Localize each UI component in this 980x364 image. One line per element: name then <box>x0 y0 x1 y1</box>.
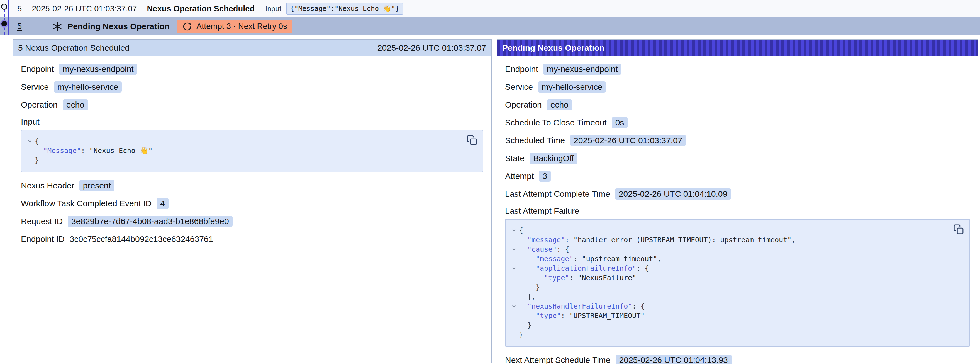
scheduled-panel-title: 5 Nexus Operation Scheduled <box>18 43 129 53</box>
field-row: Endpoint my-nexus-endpoint <box>21 64 483 75</box>
pending-panel-header: Pending Nexus Operation <box>497 40 978 56</box>
event-id-link[interactable]: 5 <box>17 4 22 13</box>
field-row: Service my-hello-service <box>21 81 483 93</box>
field-value: BackingOff <box>530 153 578 164</box>
json-line: { <box>509 226 950 235</box>
field-row: Last Attempt Complete Time 2025-02-26 UT… <box>505 188 970 200</box>
input-json-lines: {"Message": "Nexus Echo 👋"} <box>25 137 463 165</box>
pending-operation-panel: Pending Nexus Operation Endpoint my-nexu… <box>497 39 978 364</box>
field-label: Attempt <box>505 171 534 181</box>
field-row: Nexus Header present <box>21 180 483 191</box>
json-line: "type": "NexusFailure" <box>509 273 950 283</box>
field-value: present <box>80 180 115 191</box>
collapse-chevron-icon[interactable] <box>25 139 35 144</box>
field-value: 3 <box>539 171 551 182</box>
json-line: } <box>509 283 950 292</box>
json-line: { <box>25 137 463 146</box>
json-line: "message": "upstream timeout", <box>509 254 950 263</box>
field-row: Schedule To Close Timeout 0s <box>505 117 970 128</box>
field-value: 3e829b7e-7d67-4b08-aad3-b1e868bfe9e0 <box>68 216 232 227</box>
event-timestamp: 2025-02-26 UTC 01:03:37.07 <box>32 4 137 13</box>
field-row: Scheduled Time 2025-02-26 UTC 01:03:37.0… <box>505 135 970 146</box>
event-input-label: Input <box>265 5 282 13</box>
attempt-retry-badge: Attempt 3 · Next Retry 0s <box>177 19 293 34</box>
copy-button[interactable] <box>953 224 964 235</box>
field-row: Endpoint my-nexus-endpoint <box>505 64 970 75</box>
event-title: Nexus Operation Scheduled <box>147 4 255 13</box>
input-json-block: {"Message": "Nexus Echo 👋"} <box>21 130 483 172</box>
field-row: Attempt 3 <box>505 171 970 182</box>
collapse-chevron-icon[interactable] <box>509 304 519 309</box>
input-section-label: Input <box>21 117 483 126</box>
failure-json-block: {"message": "handler error (UPSTREAM_TIM… <box>505 219 970 347</box>
pending-asterisk-icon <box>52 21 62 32</box>
json-line: } <box>25 155 463 165</box>
field-label: Last Attempt Complete Time <box>505 189 610 199</box>
field-row: Service my-hello-service <box>505 81 970 93</box>
field-label: Scheduled Time <box>505 136 565 145</box>
copy-button[interactable] <box>466 135 477 145</box>
event-detail-panels: 5 Nexus Operation Scheduled 2025-02-26 U… <box>13 39 978 364</box>
copy-icon <box>466 135 477 145</box>
field-value: 0s <box>612 117 628 128</box>
timeline-filled-dot-icon <box>2 21 7 27</box>
field-value: 2025-02-26 UTC 01:03:37.07 <box>570 135 686 146</box>
json-line: "Message": "Nexus Echo 👋" <box>25 146 463 155</box>
field-value: echo <box>547 99 572 110</box>
field-list: Next Attempt Schedule Time 2025-02-26 UT… <box>505 354 970 364</box>
field-value: my-nexus-endpoint <box>59 64 137 75</box>
attempt-retry-text: Attempt 3 · Next Retry 0s <box>196 22 287 31</box>
field-label: Operation <box>505 100 542 110</box>
pending-title: Pending Nexus Operation <box>67 22 170 31</box>
json-line: } <box>509 330 950 340</box>
field-label: State <box>505 153 525 163</box>
field-row: Next Attempt Schedule Time 2025-02-26 UT… <box>505 354 970 364</box>
field-list: Endpoint my-nexus-endpoint Service my-he… <box>505 64 970 200</box>
timeline-pending-row[interactable]: 5 Pending Nexus Operation Attempt 3 · Ne… <box>0 17 980 35</box>
field-list: Nexus Header present Workflow Task Compl… <box>21 180 483 245</box>
field-label: Endpoint <box>21 64 54 74</box>
json-line: "nexusHandlerFailureInfo": { <box>509 302 950 311</box>
field-label: Next Attempt Schedule Time <box>505 355 611 364</box>
field-value: 2025-02-26 UTC 01:04:13.93 <box>616 354 732 364</box>
field-label: Operation <box>21 100 58 110</box>
json-line: }, <box>509 292 950 302</box>
field-row: Operation echo <box>21 99 483 110</box>
field-label: Nexus Header <box>21 181 75 190</box>
field-list: Endpoint my-nexus-endpoint Service my-he… <box>21 64 483 110</box>
field-label: Service <box>21 82 49 92</box>
timeline-event-row[interactable]: 5 2025-02-26 UTC 01:03:37.07 Nexus Opera… <box>0 0 980 17</box>
field-value: my-hello-service <box>538 81 606 93</box>
field-value-link[interactable]: 3c0c75ccfa8144b092c13ce632463761 <box>70 233 213 245</box>
pending-panel-title: Pending Nexus Operation <box>502 43 605 53</box>
field-row: Workflow Task Completed Event ID 4 <box>21 198 483 209</box>
pending-panel-body: Endpoint my-nexus-endpoint Service my-he… <box>497 56 978 364</box>
event-input-chip: {"Message":"Nexus Echo 👋"} <box>286 3 403 15</box>
collapse-chevron-icon[interactable] <box>509 247 519 252</box>
timeline-rail-bar <box>8 0 10 35</box>
pending-id-link[interactable]: 5 <box>17 22 22 31</box>
scheduled-panel-header: 5 Nexus Operation Scheduled 2025-02-26 U… <box>13 40 491 56</box>
copy-icon <box>953 224 964 235</box>
field-row: Endpoint ID 3c0c75ccfa8144b092c13ce63246… <box>21 233 483 245</box>
field-row: Operation echo <box>505 99 970 110</box>
field-value: echo <box>63 99 88 110</box>
field-label: Service <box>505 82 533 92</box>
field-label: Schedule To Close Timeout <box>505 118 607 128</box>
failure-json-lines: {"message": "handler error (UPSTREAM_TIM… <box>509 226 950 340</box>
collapse-chevron-icon[interactable] <box>509 266 519 271</box>
field-row: Request ID 3e829b7e-7d67-4b08-aad3-b1e86… <box>21 216 483 227</box>
field-label: Endpoint <box>505 64 538 74</box>
field-row: State BackingOff <box>505 153 970 164</box>
failure-section-label: Last Attempt Failure <box>505 206 970 216</box>
scheduled-panel-body: Endpoint my-nexus-endpoint Service my-he… <box>13 56 491 260</box>
retry-icon <box>183 22 192 31</box>
json-line: "applicationFailureInfo": { <box>509 263 950 273</box>
field-value: 2025-02-26 UTC 01:04:10.09 <box>615 188 731 200</box>
field-value: my-hello-service <box>54 81 122 93</box>
field-label: Request ID <box>21 217 63 226</box>
field-label: Workflow Task Completed Event ID <box>21 199 151 208</box>
collapse-chevron-icon[interactable] <box>509 228 519 233</box>
json-line: } <box>509 321 950 330</box>
scheduled-panel-timestamp: 2025-02-26 UTC 01:03:37.07 <box>377 43 486 53</box>
